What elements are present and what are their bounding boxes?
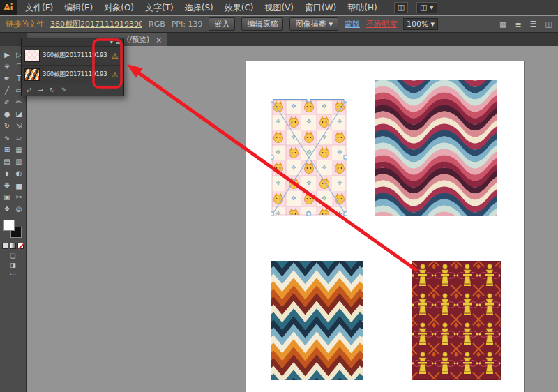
draw-mode-icon[interactable]: ❏ xyxy=(10,252,15,259)
fill-swatch[interactable] xyxy=(3,220,15,231)
app-logo: Ai xyxy=(0,0,17,15)
slice-tool[interactable]: ✂ xyxy=(13,191,25,203)
width-tool[interactable]: ∿ xyxy=(1,132,13,144)
pencil-tool[interactable]: ✏ xyxy=(13,96,25,108)
color-mode-label: RGB xyxy=(149,20,165,29)
edit-original-button[interactable]: 编辑原稿 xyxy=(241,17,283,31)
linked-file-label: 链接的文件 xyxy=(6,19,44,29)
panel-menu-icon[interactable]: ☰ xyxy=(116,39,121,45)
link-filename: 360截图20171119193 xyxy=(43,52,107,60)
color-mode-buttons xyxy=(2,243,24,249)
align-icon[interactable]: ≣ xyxy=(515,20,522,29)
style-picker-icon[interactable]: ▦ xyxy=(499,20,506,29)
opacity-value: 100% xyxy=(407,20,428,29)
free-transform-tool[interactable]: ▱ xyxy=(13,132,25,144)
menu-view[interactable]: 视图(V) xyxy=(259,0,299,15)
eyedropper-tool[interactable]: ◗ xyxy=(1,167,13,179)
menu-type[interactable]: 文字(T) xyxy=(140,0,179,15)
selection-tool[interactable]: ▶ xyxy=(1,49,13,61)
zoom-tool[interactable]: ◎ xyxy=(13,203,25,215)
image-trace-button[interactable]: 图像描摹 ▾ xyxy=(289,17,338,31)
mask-link[interactable]: 蒙版 xyxy=(345,19,360,29)
relink-icon[interactable]: ⇄ xyxy=(27,86,32,93)
linked-filename[interactable]: 360截图20171119193909... xyxy=(50,19,142,29)
link-thumbnail xyxy=(24,68,40,81)
blend-tool[interactable]: ◐ xyxy=(13,167,25,179)
placed-chevron-pattern[interactable] xyxy=(271,261,363,380)
bridge-icon[interactable]: ◫ xyxy=(394,2,408,13)
missing-link-warning-icon[interactable]: ⚠ xyxy=(110,70,121,80)
hand-tool[interactable]: ❖ xyxy=(1,203,13,215)
transform-icon[interactable]: ☰ xyxy=(530,20,537,29)
menu-edit[interactable]: 编辑(E) xyxy=(59,0,98,15)
canvas-area[interactable] xyxy=(27,46,558,392)
isolate-icon[interactable]: ◫ xyxy=(545,20,552,29)
blob-brush-tool[interactable]: ● xyxy=(1,108,13,120)
line-segment-tool[interactable]: ╱ xyxy=(1,84,13,96)
control-bar: 链接的文件 360截图20171119193909... RGB PPI: 13… xyxy=(0,16,558,33)
menu-window[interactable]: 窗口(W) xyxy=(299,0,342,15)
chevron-pattern-image[interactable] xyxy=(271,261,363,380)
link-thumbnail xyxy=(24,50,40,62)
paintbrush-tool[interactable]: ✐ xyxy=(1,96,13,108)
fill-stroke-swatches xyxy=(3,219,24,240)
edit-original-icon[interactable]: ✎ xyxy=(61,86,67,93)
column-graph-tool[interactable]: ▅ xyxy=(13,179,25,191)
perspective-grid-tool[interactable]: ▦ xyxy=(13,144,25,156)
artboard-tool[interactable]: ▣ xyxy=(1,191,13,203)
opacity-select[interactable]: 100% ▾ xyxy=(403,18,438,30)
update-link-icon[interactable]: ↻ xyxy=(50,86,55,93)
screen-mode-icon[interactable]: ◨ xyxy=(10,262,16,269)
pen-tool[interactable]: ✒ xyxy=(1,73,13,84)
links-panel-header: ▾ ☰ xyxy=(22,38,123,47)
embed-button[interactable]: 嵌入 xyxy=(209,17,235,31)
gradient-button[interactable] xyxy=(10,243,16,249)
mesh-tool[interactable]: ▤ xyxy=(1,156,13,167)
chevron-down-icon: ▾ xyxy=(430,3,434,12)
shape-builder-tool[interactable]: ⊞ xyxy=(1,144,13,156)
panel-collapse-icon[interactable]: ▾ xyxy=(110,39,113,45)
placed-wave-pattern[interactable] xyxy=(375,80,497,216)
document-tab-title: (/预览) xyxy=(126,35,149,45)
opacity-label[interactable]: 不透明度 xyxy=(366,19,397,29)
scale-tool[interactable]: ⇲ xyxy=(13,120,25,132)
menu-file[interactable]: 文件(F) xyxy=(20,0,59,15)
chevron-down-icon: ▾ xyxy=(329,20,333,29)
wave-pattern-image[interactable] xyxy=(375,80,497,216)
placed-damask-pattern[interactable] xyxy=(412,261,501,380)
menu-effect[interactable]: 效果(C) xyxy=(219,0,259,15)
symbol-sprayer-tool[interactable]: ❉ xyxy=(1,179,13,191)
link-filename: 360截图20171119193 xyxy=(43,70,107,79)
eraser-tool[interactable]: ◪ xyxy=(13,108,25,120)
links-panel-footer: ⇄ → ↻ ✎ xyxy=(22,84,123,96)
menu-help[interactable]: 帮助(H) xyxy=(342,0,382,15)
workspace-icon: ◫ xyxy=(420,3,427,12)
menu-bar: Ai 文件(F) 编辑(E) 对象(O) 文字(T) 选择(S) 效果(C) 视… xyxy=(0,0,558,15)
ppi-label: PPI: 139 xyxy=(172,20,203,29)
none-button[interactable] xyxy=(17,243,24,249)
link-row[interactable]: 360截图20171119193 ⚠ xyxy=(22,66,123,84)
magic-wand-tool[interactable]: ✳ xyxy=(1,61,13,73)
chevron-down-icon: ▾ xyxy=(430,20,435,29)
toolbar-more-icon[interactable]: ⋯ xyxy=(10,271,16,278)
placed-cat-pattern[interactable] xyxy=(271,99,347,216)
tools-panel: ▶▷✳⌒✒T╱▭✐✏●◪↻⇲∿▱⊞▦▤▥◗◐❉▅▣✂❖◎ ❏ ◨ ⋯ xyxy=(0,46,27,392)
menu-select[interactable]: 选择(S) xyxy=(179,0,219,15)
link-row[interactable]: 360截图20171119193 ⚠ xyxy=(22,47,123,66)
close-icon[interactable]: × xyxy=(156,36,162,44)
go-to-link-icon[interactable]: → xyxy=(38,86,44,93)
workspace-switcher-icon[interactable]: ◫ ▾ xyxy=(416,2,437,13)
color-button[interactable] xyxy=(2,243,8,249)
gradient-tool[interactable]: ▥ xyxy=(13,156,25,167)
links-panel: ▾ ☰ 360截图20171119193 ⚠ 360截图20171119193 … xyxy=(21,38,124,96)
damask-pattern-image[interactable] xyxy=(412,261,501,380)
menu-object[interactable]: 对象(O) xyxy=(98,0,140,15)
cat-pattern-image[interactable] xyxy=(271,99,347,216)
image-trace-label: 图像描摹 xyxy=(295,19,326,29)
rotate-tool[interactable]: ↻ xyxy=(1,120,13,132)
missing-link-warning-icon[interactable]: ⚠ xyxy=(110,52,121,61)
